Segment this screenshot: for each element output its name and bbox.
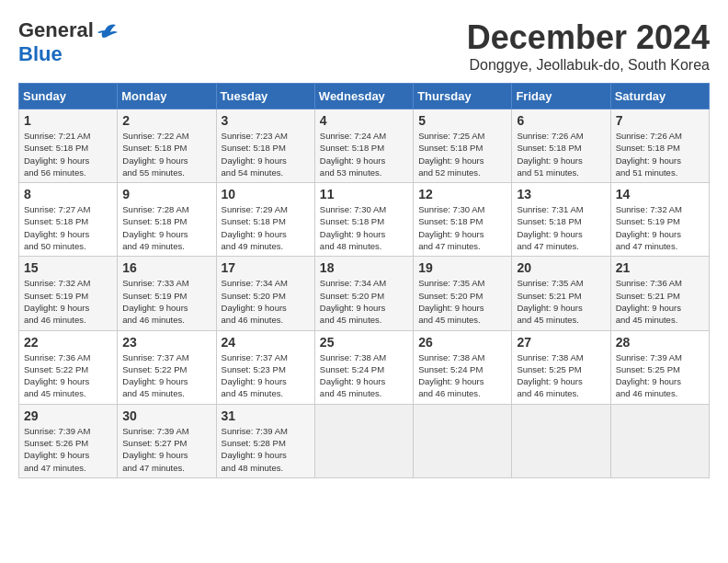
day-number: 18 (320, 260, 408, 275)
day-number: 12 (418, 187, 506, 201)
logo: General Blue (18, 18, 118, 66)
day-info: Sunrise: 7:39 AM Sunset: 5:25 PM Dayligh… (616, 351, 704, 400)
table-row: 5Sunrise: 7:25 AM Sunset: 5:18 PM Daylig… (414, 109, 512, 183)
calendar-table: Sunday Monday Tuesday Wednesday Thursday… (18, 83, 710, 478)
day-number: 20 (517, 260, 605, 275)
day-number: 6 (517, 113, 605, 128)
day-info: Sunrise: 7:39 AM Sunset: 5:27 PM Dayligh… (122, 425, 210, 474)
col-tuesday: Tuesday (216, 84, 314, 109)
table-row: 14Sunrise: 7:32 AM Sunset: 5:19 PM Dayli… (610, 183, 709, 257)
table-row: 4Sunrise: 7:24 AM Sunset: 5:18 PM Daylig… (314, 109, 413, 183)
day-info: Sunrise: 7:23 AM Sunset: 5:18 PM Dayligh… (222, 130, 310, 178)
day-number: 28 (616, 335, 704, 350)
day-info: Sunrise: 7:29 AM Sunset: 5:18 PM Dayligh… (222, 203, 310, 252)
table-row: 24Sunrise: 7:37 AM Sunset: 5:23 PM Dayli… (216, 330, 314, 404)
table-row: 8Sunrise: 7:27 AM Sunset: 5:18 PM Daylig… (19, 183, 118, 257)
day-number: 26 (418, 335, 506, 350)
calendar-row: 15Sunrise: 7:32 AM Sunset: 5:19 PM Dayli… (19, 257, 710, 330)
calendar-row: 29Sunrise: 7:39 AM Sunset: 5:26 PM Dayli… (19, 404, 710, 477)
day-info: Sunrise: 7:26 AM Sunset: 5:18 PM Dayligh… (616, 130, 704, 178)
day-info: Sunrise: 7:33 AM Sunset: 5:19 PM Dayligh… (122, 277, 210, 326)
table-row: 10Sunrise: 7:29 AM Sunset: 5:18 PM Dayli… (216, 183, 314, 257)
table-row: 7Sunrise: 7:26 AM Sunset: 5:18 PM Daylig… (610, 109, 709, 183)
day-number: 2 (122, 113, 210, 128)
day-number: 5 (418, 113, 506, 128)
day-number: 21 (616, 260, 704, 275)
table-row (414, 404, 512, 477)
day-number: 16 (122, 260, 210, 275)
day-info: Sunrise: 7:36 AM Sunset: 5:21 PM Dayligh… (616, 277, 704, 326)
table-row: 28Sunrise: 7:39 AM Sunset: 5:25 PM Dayli… (610, 330, 709, 404)
table-row: 21Sunrise: 7:36 AM Sunset: 5:21 PM Dayli… (610, 257, 709, 330)
day-number: 8 (24, 187, 112, 201)
col-sunday: Sunday (19, 84, 118, 109)
table-row: 3Sunrise: 7:23 AM Sunset: 5:18 PM Daylig… (216, 109, 314, 183)
day-info: Sunrise: 7:35 AM Sunset: 5:21 PM Dayligh… (517, 277, 605, 326)
day-number: 27 (517, 335, 605, 350)
day-info: Sunrise: 7:32 AM Sunset: 5:19 PM Dayligh… (616, 203, 704, 252)
day-info: Sunrise: 7:39 AM Sunset: 5:26 PM Dayligh… (24, 425, 112, 474)
table-row: 1Sunrise: 7:21 AM Sunset: 5:18 PM Daylig… (19, 109, 118, 183)
table-row: 23Sunrise: 7:37 AM Sunset: 5:22 PM Dayli… (118, 330, 216, 404)
day-number: 4 (320, 113, 408, 128)
day-info: Sunrise: 7:38 AM Sunset: 5:24 PM Dayligh… (320, 351, 408, 400)
day-number: 24 (222, 335, 310, 350)
day-number: 30 (122, 408, 210, 423)
table-row: 19Sunrise: 7:35 AM Sunset: 5:20 PM Dayli… (414, 257, 512, 330)
col-saturday: Saturday (610, 84, 709, 109)
col-monday: Monday (118, 84, 216, 109)
logo-general: General (18, 18, 94, 42)
day-info: Sunrise: 7:32 AM Sunset: 5:19 PM Dayligh… (24, 277, 112, 326)
day-number: 29 (24, 408, 112, 423)
day-number: 22 (24, 335, 112, 350)
day-number: 11 (320, 187, 408, 201)
day-number: 25 (320, 335, 408, 350)
title-block: December 2024 Donggye, Jeollabuk-do, Sou… (467, 18, 710, 74)
day-number: 23 (122, 335, 210, 350)
day-number: 3 (222, 113, 310, 128)
day-number: 14 (616, 187, 704, 201)
calendar-row: 1Sunrise: 7:21 AM Sunset: 5:18 PM Daylig… (19, 109, 710, 183)
day-info: Sunrise: 7:38 AM Sunset: 5:24 PM Dayligh… (418, 351, 506, 400)
day-info: Sunrise: 7:39 AM Sunset: 5:28 PM Dayligh… (222, 425, 310, 474)
table-row: 20Sunrise: 7:35 AM Sunset: 5:21 PM Dayli… (512, 257, 610, 330)
table-row: 15Sunrise: 7:32 AM Sunset: 5:19 PM Dayli… (19, 257, 118, 330)
table-row: 25Sunrise: 7:38 AM Sunset: 5:24 PM Dayli… (314, 330, 413, 404)
header-row: Sunday Monday Tuesday Wednesday Thursday… (19, 84, 710, 109)
day-info: Sunrise: 7:31 AM Sunset: 5:18 PM Dayligh… (517, 203, 605, 252)
day-info: Sunrise: 7:38 AM Sunset: 5:25 PM Dayligh… (517, 351, 605, 400)
table-row: 18Sunrise: 7:34 AM Sunset: 5:20 PM Dayli… (314, 257, 413, 330)
day-number: 15 (24, 260, 112, 275)
day-info: Sunrise: 7:37 AM Sunset: 5:23 PM Dayligh… (222, 351, 310, 400)
table-row: 26Sunrise: 7:38 AM Sunset: 5:24 PM Dayli… (414, 330, 512, 404)
table-row: 12Sunrise: 7:30 AM Sunset: 5:18 PM Dayli… (414, 183, 512, 257)
day-number: 13 (517, 187, 605, 201)
day-number: 7 (616, 113, 704, 128)
table-row: 29Sunrise: 7:39 AM Sunset: 5:26 PM Dayli… (19, 404, 118, 477)
day-number: 10 (222, 187, 310, 201)
day-number: 1 (24, 113, 112, 128)
col-thursday: Thursday (414, 84, 512, 109)
day-number: 17 (222, 260, 310, 275)
day-info: Sunrise: 7:37 AM Sunset: 5:22 PM Dayligh… (122, 351, 210, 400)
day-info: Sunrise: 7:34 AM Sunset: 5:20 PM Dayligh… (222, 277, 310, 326)
calendar-row: 8Sunrise: 7:27 AM Sunset: 5:18 PM Daylig… (19, 183, 710, 257)
day-info: Sunrise: 7:27 AM Sunset: 5:18 PM Dayligh… (24, 203, 112, 252)
calendar-row: 22Sunrise: 7:36 AM Sunset: 5:22 PM Dayli… (19, 330, 710, 404)
table-row: 9Sunrise: 7:28 AM Sunset: 5:18 PM Daylig… (118, 183, 216, 257)
table-row: 6Sunrise: 7:26 AM Sunset: 5:18 PM Daylig… (512, 109, 610, 183)
table-row: 30Sunrise: 7:39 AM Sunset: 5:27 PM Dayli… (118, 404, 216, 477)
location-subtitle: Donggye, Jeollabuk-do, South Korea (467, 57, 710, 74)
day-info: Sunrise: 7:26 AM Sunset: 5:18 PM Dayligh… (517, 130, 605, 178)
day-number: 31 (222, 408, 310, 423)
table-row: 13Sunrise: 7:31 AM Sunset: 5:18 PM Dayli… (512, 183, 610, 257)
table-row (314, 404, 413, 477)
table-row: 31Sunrise: 7:39 AM Sunset: 5:28 PM Dayli… (216, 404, 314, 477)
col-friday: Friday (512, 84, 610, 109)
day-number: 9 (122, 187, 210, 201)
table-row: 27Sunrise: 7:38 AM Sunset: 5:25 PM Dayli… (512, 330, 610, 404)
day-info: Sunrise: 7:24 AM Sunset: 5:18 PM Dayligh… (320, 130, 408, 178)
table-row: 16Sunrise: 7:33 AM Sunset: 5:19 PM Dayli… (118, 257, 216, 330)
table-row: 11Sunrise: 7:30 AM Sunset: 5:18 PM Dayli… (314, 183, 413, 257)
day-info: Sunrise: 7:34 AM Sunset: 5:20 PM Dayligh… (320, 277, 408, 326)
